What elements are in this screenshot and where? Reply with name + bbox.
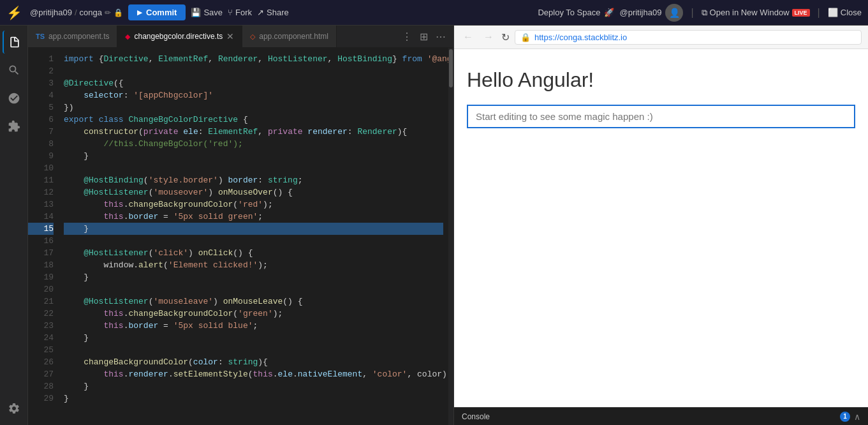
scrollbar[interactable] (448, 48, 453, 425)
tab-directive[interactable]: ◆ changebgcolor.directive.ts ✕ (117, 26, 242, 48)
tab-label: app.component.ts (48, 32, 109, 41)
deploy-label: Deploy To Space (538, 8, 600, 17)
console-label: Console (462, 412, 490, 421)
live-badge: LIVE (792, 9, 810, 17)
tab-label: app.component.html (259, 32, 328, 41)
directive-icon: ◆ (125, 33, 130, 41)
console-info-badge: 1 (840, 412, 850, 422)
ts-icon: TS (36, 33, 45, 40)
code-editor[interactable]: import {Directive, ElementRef, Renderer,… (59, 48, 448, 425)
avatar[interactable]: 👤 (665, 4, 683, 22)
open-new-window-button[interactable]: ⧉ Open in New Window LIVE (702, 8, 810, 18)
open-new-label: Open in New Window (710, 8, 790, 17)
deploy-icon: 🚀 (604, 8, 614, 17)
browser-heading: Hello Angular! (467, 68, 855, 92)
divider: | (691, 7, 693, 19)
split-editor-button[interactable]: ⋮ (399, 29, 415, 44)
slash: / (75, 8, 77, 17)
fork-button[interactable]: ⑂ Fork (228, 8, 252, 17)
save-label: Save (203, 8, 223, 17)
editor-area: TS app.component.ts ◆ changebgcolor.dire… (28, 26, 453, 425)
close-label: Close (841, 8, 862, 17)
tab-html[interactable]: ◇ app.component.html (242, 26, 337, 48)
tab-bar: TS app.component.ts ◆ changebgcolor.dire… (28, 26, 453, 48)
user-repo: @pritijha09 / conga ✏ 🔒 (30, 8, 123, 17)
scroll-thumb[interactable] (449, 49, 453, 87)
browser-url: https://conga.stackblitz.io (534, 33, 627, 42)
browser-content: Hello Angular! (454, 49, 868, 407)
lock-icon: 🔒 (114, 8, 123, 17)
share-label: Share (267, 8, 289, 17)
fork-label: Fork (235, 8, 252, 17)
layout-button[interactable]: ⊞ (417, 29, 430, 44)
activity-bar (0, 26, 28, 425)
deploy-button[interactable]: Deploy To Space 🚀 (538, 8, 614, 17)
top-bar: ⚡ @pritijha09 / conga ✏ 🔒 ▶ Commit 💾 Sav… (0, 0, 868, 26)
play-icon: ▶ (137, 9, 142, 16)
browser-toolbar: ← → ↻ 🔒 https://conga.stackblitz.io (454, 26, 868, 49)
save-icon: 💾 (191, 8, 201, 17)
fork-icon: ⑂ (228, 8, 233, 17)
code-area: 12345 678910 1112131415 1617181920 21222… (28, 48, 453, 425)
commit-label: Commit (146, 8, 177, 17)
more-actions-button[interactable]: ⋯ (433, 29, 448, 44)
activity-settings-icon[interactable] (3, 397, 26, 420)
browser-refresh-button[interactable]: ↻ (501, 31, 510, 43)
browser-panel: ← → ↻ 🔒 https://conga.stackblitz.io Hell… (453, 26, 868, 425)
ssl-lock-icon: 🔒 (520, 33, 531, 42)
html-icon: ◇ (250, 33, 255, 41)
edit-icon[interactable]: ✏ (105, 8, 111, 17)
activity-git-icon[interactable] (3, 87, 26, 110)
activity-files-icon[interactable] (3, 31, 26, 54)
divider2: | (818, 7, 820, 19)
browser-url-bar[interactable]: 🔒 https://conga.stackblitz.io (515, 30, 862, 45)
tab-bar-actions: ⋮ ⊞ ⋯ (399, 29, 453, 44)
browser-forward-button[interactable]: → (481, 29, 496, 45)
avatar-area: @pritijha09 👤 (619, 4, 683, 22)
window-icon: ⧉ (702, 8, 707, 18)
save-button[interactable]: 💾 Save (191, 8, 223, 17)
close-button[interactable]: ⬜ Close (828, 8, 862, 17)
console-info: 1 ∧ (840, 412, 860, 422)
activity-search-icon[interactable] (3, 59, 26, 82)
username: @pritijha09 (30, 8, 72, 17)
repo-name: conga (80, 8, 102, 17)
topbar-username: @pritijha09 (619, 8, 661, 17)
tab-close-icon[interactable]: ✕ (226, 31, 234, 41)
activity-extensions-icon[interactable] (3, 115, 26, 138)
main-area: TS app.component.ts ◆ changebgcolor.dire… (0, 26, 868, 425)
commit-button[interactable]: ▶ Commit (128, 4, 186, 20)
share-icon: ↗ (257, 8, 264, 17)
close-icon: ⬜ (828, 8, 838, 17)
magic-input[interactable] (467, 105, 855, 128)
logo-icon: ⚡ (6, 5, 22, 20)
browser-back-button[interactable]: ← (460, 29, 476, 45)
share-button[interactable]: ↗ Share (257, 8, 289, 17)
console-chevron-icon[interactable]: ∧ (854, 412, 860, 422)
line-numbers: 12345 678910 1112131415 1617181920 21222… (28, 48, 59, 425)
tab-label: changebgcolor.directive.ts (134, 32, 223, 41)
tab-app-ts[interactable]: TS app.component.ts (28, 26, 117, 48)
console-bar: Console 1 ∧ (454, 407, 868, 425)
